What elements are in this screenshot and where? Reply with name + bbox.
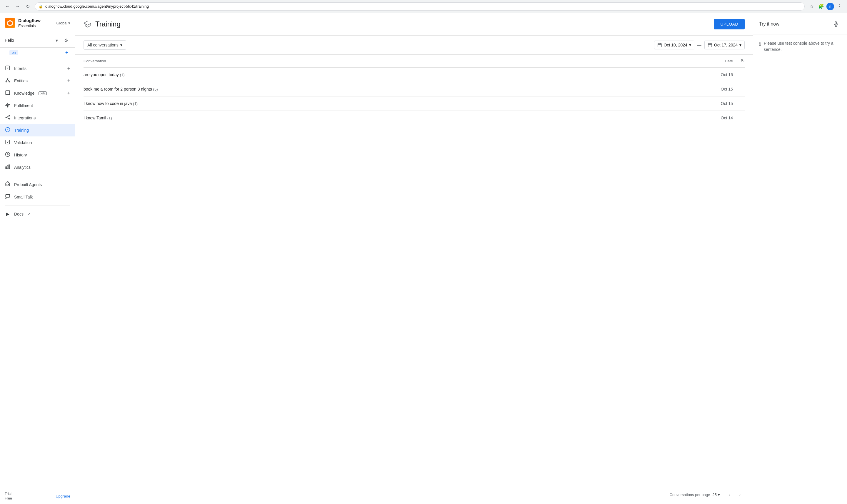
prebuilt-agents-icon xyxy=(5,181,11,188)
bookmark-button[interactable]: ☆ xyxy=(808,2,816,11)
sidebar: Dialogflow Essentials Global ▾ Hello ▾ ⚙… xyxy=(0,13,75,504)
sidebar-item-history[interactable]: History xyxy=(0,149,75,161)
table-row[interactable]: are you open today (1) Oct 16 xyxy=(84,68,745,82)
date-from-input[interactable]: Oct 10, 2024 ▾ xyxy=(654,40,695,49)
sidebar-item-docs[interactable]: ▶ Docs ↗ xyxy=(0,208,75,220)
sidebar-item-analytics[interactable]: Analytics xyxy=(0,161,75,174)
add-intent-icon[interactable]: + xyxy=(67,66,70,72)
svg-rect-30 xyxy=(5,195,10,198)
per-page-chevron: ▾ xyxy=(718,492,720,497)
sidebar-item-history-label: History xyxy=(14,152,27,157)
conversations-table: Conversation Date ↻ are you open today (… xyxy=(84,55,745,125)
sidebar-item-knowledge-label: Knowledge xyxy=(14,91,34,95)
table-body: are you open today (1) Oct 16 book me a … xyxy=(84,68,745,125)
info-message-text: Please use test console above to try a s… xyxy=(764,40,841,53)
language-badge[interactable]: en xyxy=(10,50,18,55)
svg-marker-15 xyxy=(5,103,10,107)
table-row[interactable]: book me a room for 2 person 3 nights (5)… xyxy=(84,82,745,96)
svg-point-18 xyxy=(9,119,10,120)
agent-settings-button[interactable]: ⚙ xyxy=(62,36,70,44)
info-icon: ℹ xyxy=(759,40,761,48)
info-message: ℹ Please use test console above to try a… xyxy=(759,40,841,53)
try-it-now-title: Try it now xyxy=(759,21,779,27)
svg-point-7 xyxy=(7,78,8,79)
date-to-value: Oct 17, 2024 xyxy=(714,43,738,47)
url-text: dialogflow.cloud.google.com/#/agent/mypr… xyxy=(45,4,149,8)
col-conversation: Conversation xyxy=(84,55,698,68)
svg-point-28 xyxy=(7,184,7,185)
integrations-icon xyxy=(5,115,11,121)
per-page-label: Conversations per page xyxy=(670,492,710,497)
history-icon xyxy=(5,152,11,158)
conversation-text: book me a room for 2 person 3 nights xyxy=(84,87,152,91)
logo-brand: Dialogflow xyxy=(18,18,41,23)
col-date: Date xyxy=(698,55,733,68)
prev-page-button[interactable]: ‹ xyxy=(725,490,734,499)
agent-section: Hello ▾ ⚙ xyxy=(0,33,75,48)
conversation-cell: I know Tamil (1) xyxy=(84,111,698,125)
sidebar-item-intents[interactable]: Intents + xyxy=(0,62,75,75)
svg-rect-31 xyxy=(658,43,662,47)
add-knowledge-icon[interactable]: + xyxy=(67,90,70,96)
per-page-row: Conversations per page 25 ▾ xyxy=(670,492,720,497)
agent-actions: ▾ ⚙ xyxy=(53,36,70,44)
svg-point-17 xyxy=(9,115,10,116)
date-cell: Oct 14 xyxy=(698,111,733,125)
col-refresh: ↻ xyxy=(733,55,745,68)
address-bar[interactable]: 🔒 dialogflow.cloud.google.com/#/agent/my… xyxy=(35,2,805,11)
sidebar-item-entities[interactable]: Entities + xyxy=(0,75,75,87)
conversations-filter[interactable]: All conversations ▾ xyxy=(84,40,126,50)
sidebar-item-integrations[interactable]: Integrations xyxy=(0,112,75,124)
sidebar-item-prebuilt-agents[interactable]: Prebuilt Agents xyxy=(0,179,75,191)
table-row[interactable]: I know Tamil (1) Oct 14 xyxy=(84,111,745,125)
per-page-select[interactable]: 25 ▾ xyxy=(713,492,720,497)
add-entity-icon[interactable]: + xyxy=(67,78,70,84)
intents-icon xyxy=(5,65,11,72)
back-button[interactable]: ← xyxy=(3,2,12,11)
date-to-input[interactable]: Oct 17, 2024 ▾ xyxy=(704,40,745,49)
date-cell: Oct 15 xyxy=(698,82,733,96)
svg-line-10 xyxy=(6,79,8,82)
upgrade-link[interactable]: Upgrade xyxy=(56,494,70,499)
sidebar-item-validation[interactable]: Validation xyxy=(0,137,75,149)
date-from-chevron: ▾ xyxy=(689,43,691,47)
menu-button[interactable]: ⋮ xyxy=(835,2,844,11)
nav-divider-2 xyxy=(5,205,70,206)
sidebar-item-small-talk[interactable]: Small Talk xyxy=(0,191,75,203)
reload-button[interactable]: ↻ xyxy=(23,2,32,11)
language-row: en + xyxy=(0,48,75,60)
next-page-button[interactable]: › xyxy=(735,490,745,499)
microphone-button[interactable] xyxy=(831,19,841,30)
small-talk-icon xyxy=(5,194,11,200)
page-title-row: Training xyxy=(84,20,121,28)
add-language-button[interactable]: + xyxy=(63,49,70,56)
calendar-to-icon xyxy=(708,43,712,47)
forward-button[interactable]: → xyxy=(14,2,22,11)
extensions-button[interactable]: 🧩 xyxy=(817,2,825,11)
conversation-text: I know how to code in java xyxy=(84,101,132,106)
date-separator: — xyxy=(697,43,701,47)
svg-line-20 xyxy=(6,117,9,119)
agent-dropdown-button[interactable]: ▾ xyxy=(53,36,61,44)
global-selector[interactable]: Global ▾ xyxy=(56,21,70,25)
sidebar-item-knowledge[interactable]: Knowledge beta + xyxy=(0,87,75,100)
table-row[interactable]: I know how to code in java (1) Oct 15 xyxy=(84,96,745,111)
svg-rect-24 xyxy=(5,167,6,169)
sidebar-item-fulfillment[interactable]: Fulfillment xyxy=(0,100,75,112)
sidebar-item-entities-label: Entities xyxy=(14,78,28,83)
training-page-icon xyxy=(84,20,92,28)
svg-point-29 xyxy=(8,184,9,185)
upload-button[interactable]: UPLOAD xyxy=(714,19,745,30)
refresh-button[interactable]: ↻ xyxy=(741,58,745,64)
sidebar-item-small-talk-label: Small Talk xyxy=(14,195,33,199)
right-panel-body: ℹ Please use test console above to try a… xyxy=(753,34,847,504)
browser-nav: ← → ↻ xyxy=(3,2,32,11)
profile-avatar[interactable]: n xyxy=(826,3,834,10)
sidebar-footer: Trial Free Upgrade xyxy=(0,488,75,504)
fulfillment-icon xyxy=(5,102,11,109)
svg-rect-26 xyxy=(9,165,10,169)
pagination: Conversations per page 25 ▾ ‹ › xyxy=(75,485,753,504)
trial-label: Trial xyxy=(5,492,12,496)
sidebar-item-training[interactable]: Training xyxy=(0,124,75,137)
per-page-value: 25 xyxy=(713,492,717,497)
